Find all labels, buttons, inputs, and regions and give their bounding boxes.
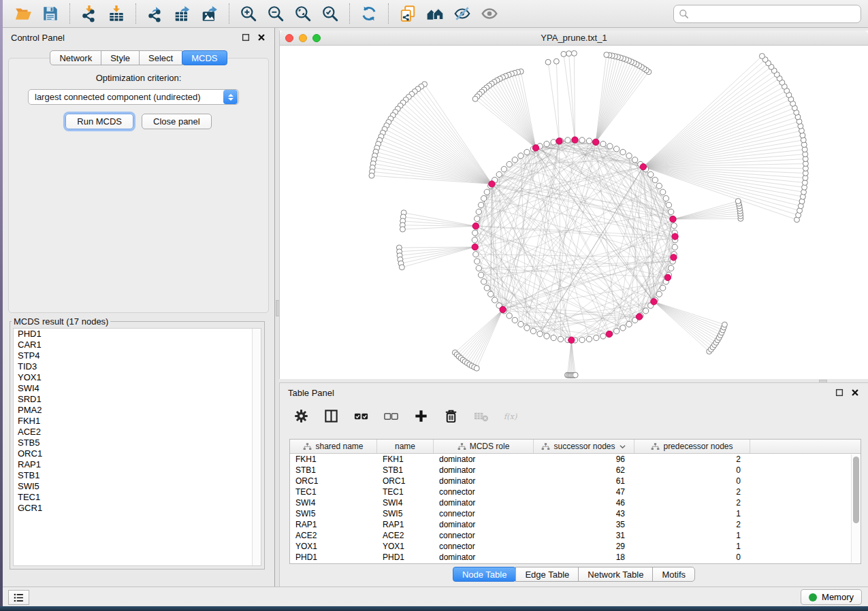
tab-motifs[interactable]: Motifs: [652, 567, 695, 582]
table-row[interactable]: ACE2ACE2connector311: [290, 530, 861, 541]
network-window-titlebar[interactable]: YPA_prune.txt_1: [280, 31, 868, 46]
zoom-selected-button[interactable]: [317, 2, 344, 25]
mcds-result-item[interactable]: SRD1: [14, 394, 261, 405]
select-all-columns-button[interactable]: [349, 406, 372, 426]
mcds-result-item[interactable]: STP4: [14, 350, 261, 361]
memory-button[interactable]: Memory: [801, 589, 862, 605]
delete-table-button[interactable]: [469, 406, 492, 426]
table-row[interactable]: RAP1RAP1dominator352: [290, 519, 861, 530]
search-input[interactable]: [692, 6, 856, 21]
column-header-mcds-role[interactable]: MCDS role: [434, 440, 534, 453]
mcds-result-item[interactable]: STB5: [14, 437, 261, 448]
mcds-result-item[interactable]: CAR1: [14, 340, 261, 350]
optimization-criterion-select[interactable]: largest connected component (undirected): [28, 89, 239, 105]
mcds-result-item[interactable]: GCR1: [14, 503, 261, 514]
tab-select[interactable]: Select: [139, 50, 182, 65]
import-table-button[interactable]: [103, 2, 130, 25]
tab-network-table[interactable]: Network Table: [578, 567, 653, 582]
optimization-criterion-value: largest connected component (undirected): [29, 92, 223, 102]
list-icon: [13, 592, 25, 604]
table-settings-button[interactable]: [289, 406, 312, 426]
mcds-result-item[interactable]: RAP1: [14, 459, 261, 470]
mcds-result-item[interactable]: YOX1: [14, 372, 261, 383]
add-column-button[interactable]: [409, 406, 432, 426]
table-row[interactable]: ORC1ORC1dominator610: [290, 476, 861, 486]
table-row[interactable]: PHD1PHD1dominator180: [290, 552, 861, 563]
run-mcds-button[interactable]: Run MCDS: [65, 114, 133, 129]
control-panel-header: Control Panel: [3, 28, 274, 47]
table-scrollbar-thumb[interactable]: [853, 457, 859, 523]
network-canvas[interactable]: [280, 46, 868, 380]
close-panel-icon[interactable]: [850, 388, 860, 397]
zoom-out-button[interactable]: [262, 2, 289, 25]
column-header-name[interactable]: name: [377, 440, 434, 453]
tab-network[interactable]: Network: [50, 50, 101, 65]
mcds-result-item[interactable]: TID3: [14, 361, 261, 372]
table-cell: PHD1: [290, 552, 377, 562]
zoom-in-button[interactable]: [235, 2, 262, 25]
tab-node-table[interactable]: Node Table: [453, 567, 517, 582]
table-row[interactable]: YOX1YOX1connector291: [290, 541, 861, 552]
vertical-splitter[interactable]: [274, 28, 279, 587]
table-cell: 47: [534, 487, 634, 497]
mcds-result-item[interactable]: STB1: [14, 470, 261, 481]
table-row[interactable]: SWI4SWI4dominator462: [290, 497, 861, 508]
open-file-button[interactable]: [10, 2, 37, 25]
export-image-button[interactable]: [196, 2, 223, 25]
table-scrollbar[interactable]: [851, 455, 860, 563]
table-row[interactable]: FKH1FKH1dominator962: [290, 454, 861, 465]
export-network-button[interactable]: [142, 2, 169, 25]
show-columns-button[interactable]: [319, 406, 342, 426]
close-panel-icon[interactable]: [257, 33, 266, 42]
tab-edge-table[interactable]: Edge Table: [515, 567, 579, 582]
show-all-button[interactable]: [476, 2, 503, 25]
table-cell: 62: [534, 465, 634, 475]
float-panel-icon[interactable]: [241, 33, 251, 42]
table-cell: dominator: [434, 476, 534, 486]
refresh-layout-button[interactable]: [355, 2, 383, 25]
search-box[interactable]: [673, 5, 861, 23]
table-cell: SWI5: [377, 509, 434, 518]
mcds-result-item[interactable]: TEC1: [14, 492, 261, 503]
column-header-successor-nodes[interactable]: successor nodes: [534, 440, 634, 453]
network-graph[interactable]: [280, 46, 868, 380]
mcds-result-item[interactable]: ACE2: [14, 427, 261, 437]
close-window-icon[interactable]: [285, 34, 293, 42]
minimize-window-icon[interactable]: [299, 34, 307, 42]
table-cell: 2: [634, 487, 750, 497]
first-neighbors-button[interactable]: [421, 2, 449, 25]
mcds-list-scrollbar[interactable]: [252, 329, 261, 565]
deselect-all-columns-button[interactable]: [379, 406, 402, 426]
mcds-result-item[interactable]: SWI4: [14, 383, 261, 394]
hide-selected-button[interactable]: [449, 2, 476, 25]
column-header-shared-name[interactable]: shared name: [290, 440, 377, 453]
float-panel-icon[interactable]: [835, 388, 844, 397]
tab-mcds[interactable]: MCDS: [182, 50, 227, 65]
tab-style[interactable]: Style: [101, 50, 140, 65]
mcds-result-item[interactable]: ORC1: [14, 448, 261, 459]
table-row[interactable]: SWI5SWI5connector431: [290, 508, 861, 519]
table-cell: SWI4: [377, 498, 434, 508]
zoom-fit-button[interactable]: [289, 2, 317, 25]
node-table-body: FKH1FKH1dominator962STB1STB1dominator620…: [290, 454, 861, 563]
maximize-window-icon[interactable]: [312, 34, 321, 42]
function-builder-button[interactable]: f(x): [499, 406, 522, 426]
mcds-result-item[interactable]: PMA2: [14, 405, 261, 416]
table-cell: 1: [634, 531, 750, 540]
refresh-icon: [360, 5, 378, 22]
copy-network-icon: [399, 5, 417, 22]
column-header-predecessor-nodes[interactable]: predecessor nodes: [634, 440, 750, 453]
mcds-result-item[interactable]: SWI5: [14, 481, 261, 492]
mcds-result-item[interactable]: PHD1: [14, 329, 261, 340]
table-row[interactable]: TEC1TEC1connector472: [290, 486, 861, 497]
table-row[interactable]: STB1STB1dominator620: [290, 465, 861, 476]
copy-network-button[interactable]: [394, 2, 421, 25]
mcds-result-item[interactable]: FKH1: [14, 416, 261, 427]
export-table-button[interactable]: [169, 2, 196, 25]
task-history-button[interactable]: [8, 590, 29, 605]
mcds-result-list[interactable]: PHD1CAR1STP4TID3YOX1SWI4SRD1PMA2FKH1ACE2…: [13, 328, 261, 566]
delete-column-button[interactable]: [439, 406, 462, 426]
close-panel-button[interactable]: Close panel: [142, 114, 212, 129]
import-network-button[interactable]: [76, 2, 103, 25]
save-session-button[interactable]: [37, 2, 64, 25]
